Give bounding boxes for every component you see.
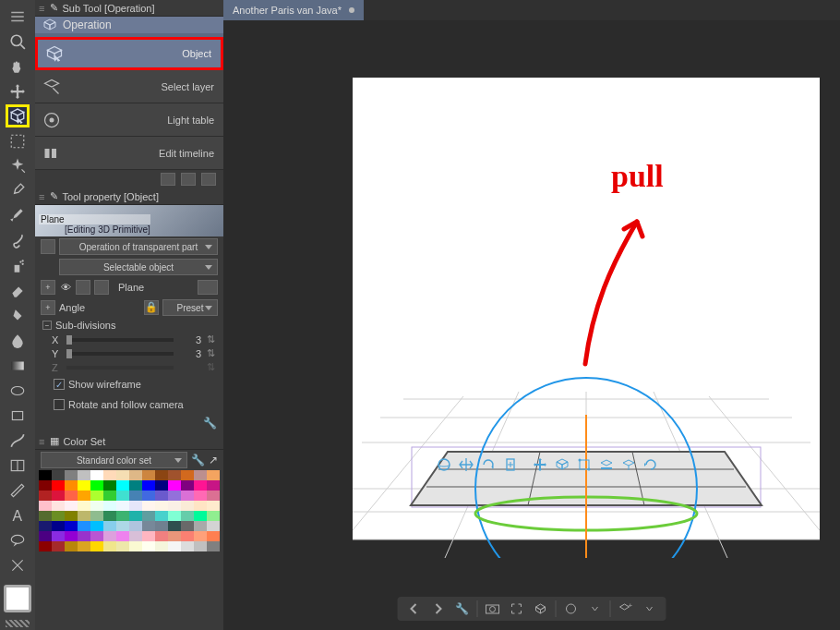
subtool-light-table[interactable]: Light table [35, 103, 223, 137]
color-swatch[interactable] [129, 491, 142, 501]
color-swatch[interactable] [129, 521, 142, 531]
color-swatch[interactable] [194, 541, 207, 551]
material-button[interactable] [560, 599, 582, 619]
color-swatch[interactable] [155, 511, 168, 521]
blend-tool-icon[interactable] [6, 304, 30, 327]
color-swatch[interactable] [39, 511, 52, 521]
color-swatch[interactable] [90, 501, 103, 511]
color-swatch[interactable] [78, 491, 90, 501]
color-swatch[interactable] [168, 480, 181, 491]
color-swatch[interactable] [142, 531, 155, 541]
duplicate-subtool-button[interactable] [161, 173, 175, 186]
next-button[interactable] [427, 599, 450, 619]
frame-tool-icon[interactable] [6, 454, 30, 477]
spinner-icon[interactable]: ⇅ [207, 333, 216, 345]
color-swatch[interactable] [116, 470, 129, 480]
color-swatch[interactable] [52, 470, 65, 480]
color-swatch[interactable] [168, 470, 181, 480]
color-swatch[interactable] [90, 491, 103, 501]
color-swatch[interactable] [168, 491, 181, 501]
color-swatch[interactable] [52, 541, 65, 551]
move-object-icon[interactable] [530, 454, 550, 475]
color-swatch[interactable] [78, 541, 90, 551]
color-swatch[interactable] [116, 491, 129, 501]
color-swatch[interactable] [155, 470, 168, 480]
color-swatch[interactable] [181, 480, 194, 491]
foreground-color-swatch[interactable] [4, 585, 31, 612]
wand-tool-icon[interactable] [6, 154, 30, 177]
color-swatch[interactable] [181, 521, 194, 531]
color-swatch[interactable] [103, 521, 116, 531]
hand-tool-icon[interactable] [6, 55, 30, 78]
color-swatch[interactable] [52, 511, 65, 521]
color-swatch[interactable] [129, 480, 142, 491]
wrench-icon[interactable]: 🔧 [203, 417, 218, 431]
color-swatch[interactable] [194, 470, 207, 480]
reset-object-icon[interactable] [641, 454, 661, 475]
color-swatch[interactable] [168, 511, 181, 521]
rotate-follow-checkbox[interactable] [54, 399, 65, 410]
panel-menu-icon[interactable]: ≡ [39, 191, 44, 202]
document-tab[interactable]: Another Paris van Java* [223, 0, 364, 20]
toggle-button[interactable] [198, 280, 218, 295]
curve-tool-icon[interactable] [6, 429, 30, 452]
color-swatch[interactable] [65, 531, 78, 541]
color-swatch[interactable] [65, 521, 78, 531]
expand-button[interactable]: + [41, 300, 55, 315]
preset-dropdown[interactable]: Preset [162, 299, 218, 316]
camera-roll-icon[interactable] [478, 454, 498, 475]
color-swatch[interactable] [116, 521, 129, 531]
color-swatch[interactable] [194, 501, 207, 511]
canvas-area[interactable]: pull 🔧 + [223, 20, 840, 630]
color-swatch[interactable] [78, 470, 90, 480]
color-swatch[interactable] [39, 541, 52, 551]
toggle-button[interactable] [94, 280, 109, 295]
dropdown-button[interactable] [584, 599, 606, 619]
color-swatch[interactable] [39, 521, 52, 531]
color-swatch[interactable] [207, 511, 220, 521]
color-swatch[interactable] [129, 470, 142, 480]
color-swatch[interactable] [142, 521, 155, 531]
color-swatch[interactable] [78, 480, 90, 491]
color-swatch[interactable] [181, 541, 194, 551]
color-swatch[interactable] [168, 531, 181, 541]
correction-tool-icon[interactable] [6, 553, 30, 576]
color-swatch[interactable] [207, 501, 220, 511]
spray-tool-icon[interactable] [6, 254, 30, 277]
color-swatch[interactable] [103, 480, 116, 491]
subtool-select-layer[interactable]: Select layer [35, 70, 223, 103]
add-subtool-button[interactable] [181, 173, 196, 186]
pen-tool-icon[interactable] [6, 204, 30, 227]
eraser-tool-icon[interactable] [6, 279, 30, 302]
selection-tool-icon[interactable] [6, 129, 30, 152]
eye-icon[interactable]: 👁 [59, 282, 72, 293]
camera-pan-icon[interactable] [456, 454, 476, 475]
color-swatch[interactable] [52, 501, 65, 511]
color-swatch[interactable] [116, 501, 129, 511]
color-swatch[interactable] [116, 480, 129, 491]
color-swatch[interactable] [39, 491, 52, 501]
color-swatch[interactable] [129, 541, 142, 551]
color-swatch[interactable] [155, 501, 168, 511]
color-swatch[interactable] [207, 491, 220, 501]
color-swatch[interactable] [155, 480, 168, 491]
shape-tool-icon[interactable] [6, 379, 30, 402]
camera-zoom-icon[interactable] [500, 454, 521, 475]
color-swatch[interactable] [155, 531, 168, 541]
canvas[interactable] [353, 78, 820, 539]
color-swatch[interactable] [129, 511, 142, 521]
color-swatch[interactable] [90, 521, 103, 531]
color-swatch[interactable] [207, 541, 220, 551]
move-tool-icon[interactable] [6, 79, 30, 103]
color-swatch[interactable] [39, 470, 52, 480]
horizontal-ring-gizmo[interactable] [475, 497, 697, 530]
color-swatch[interactable] [207, 521, 220, 531]
color-swatch[interactable] [52, 531, 65, 541]
rectangle-tool-icon[interactable] [6, 404, 30, 427]
color-swatch[interactable] [181, 511, 194, 521]
zoom-tool-icon[interactable] [6, 30, 30, 53]
color-swatch[interactable] [142, 480, 155, 491]
ground-object-icon[interactable] [596, 454, 617, 475]
balloon-tool-icon[interactable] [6, 528, 30, 551]
eyedropper-tool-icon[interactable] [6, 179, 30, 202]
